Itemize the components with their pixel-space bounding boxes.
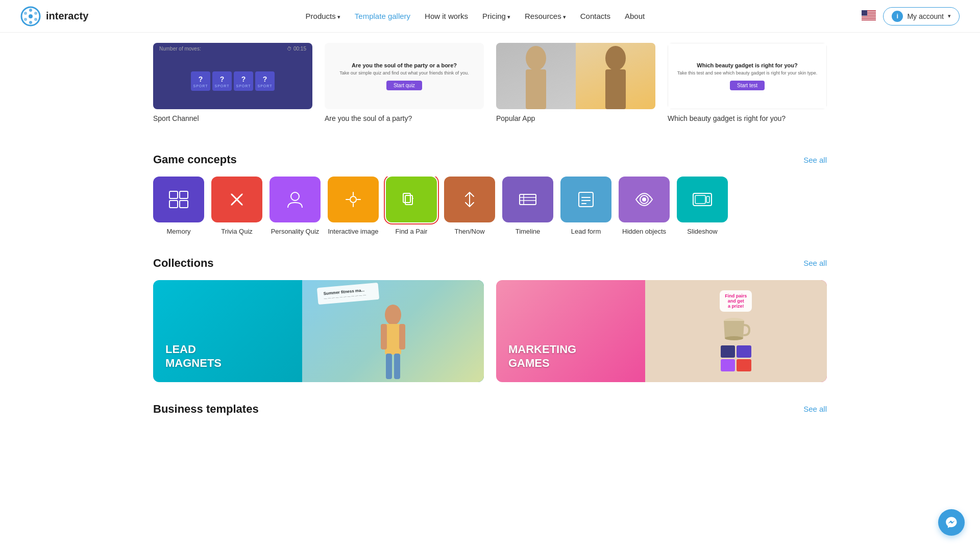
sport-tile-4: ?SPORT <box>255 71 275 91</box>
nav-contacts[interactable]: Contacts <box>580 12 610 20</box>
game-item-findpair[interactable]: Find a Pair <box>386 177 437 236</box>
nav-how-it-works[interactable]: How it works <box>425 12 468 20</box>
person-right-icon <box>600 43 631 109</box>
svg-point-2 <box>29 9 32 12</box>
navigation: interacty Products Template gallery How … <box>0 0 980 33</box>
svg-rect-51 <box>386 354 392 379</box>
svg-point-6 <box>24 18 27 21</box>
svg-rect-45 <box>695 195 705 204</box>
popular-card-image[interactable] <box>496 43 655 109</box>
my-account-label: My account <box>907 12 944 20</box>
game-concepts-title: Game concepts <box>153 153 237 166</box>
account-chevron: ▾ <box>948 13 951 19</box>
logo-link[interactable]: interacty <box>20 6 88 27</box>
collection-marketing-games[interactable]: MARKETINGGAMES Find pairsand geta prize! <box>496 280 827 382</box>
game-item-slideshow[interactable]: Slideshow <box>677 177 728 236</box>
sport-card-moves: Number of moves: <box>159 46 201 52</box>
party-card-label: Are you the soul of a party? <box>325 114 484 122</box>
my-account-button[interactable]: i My account ▾ <box>883 7 960 26</box>
svg-rect-14 <box>862 18 876 19</box>
hidden-icon-box <box>619 177 670 222</box>
svg-rect-50 <box>399 324 405 349</box>
app-right-panel <box>576 43 655 109</box>
svg-point-29 <box>350 196 356 203</box>
person-left-icon <box>521 43 551 109</box>
leadform-icon <box>575 188 597 211</box>
beauty-start-button[interactable]: Start test <box>730 81 765 90</box>
personality-icon-box <box>270 177 321 222</box>
party-start-button[interactable]: Start quiz <box>386 81 422 90</box>
beauty-card-image[interactable]: Which beauty gadget is right for you? Ta… <box>668 43 827 109</box>
game-item-memory[interactable]: Memory <box>153 177 204 236</box>
nav-resources[interactable]: Resources <box>525 12 566 20</box>
top-cards-row: Number of moves: ⏱ 00:15 ?SPORT ?SPORT ?… <box>153 33 827 138</box>
coffee-cup-icon <box>721 316 751 341</box>
sport-card-image[interactable]: Number of moves: ⏱ 00:15 ?SPORT ?SPORT ?… <box>153 43 312 109</box>
svg-rect-52 <box>394 354 400 379</box>
svg-point-16 <box>526 46 546 70</box>
party-subtitle: Take our simple quiz and find out what y… <box>339 70 469 76</box>
game-item-timeline[interactable]: Timeline <box>502 177 553 236</box>
svg-rect-48 <box>385 324 401 355</box>
account-icon: i <box>892 11 903 22</box>
app-left-panel <box>496 43 576 109</box>
findpair-icon-box <box>386 177 437 222</box>
trivia-label: Trivia Quiz <box>221 228 253 236</box>
flag-icon <box>862 10 876 20</box>
logo-text: interacty <box>46 10 88 22</box>
svg-rect-38 <box>579 192 593 207</box>
top-card-beauty: Which beauty gadget is right for you? Ta… <box>668 43 827 122</box>
game-concepts-grid: Memory Trivia Quiz Persona <box>153 177 827 241</box>
beauty-title: Which beauty gadget is right for you? <box>697 62 797 68</box>
svg-rect-22 <box>169 201 178 208</box>
svg-point-4 <box>34 18 37 21</box>
personality-icon <box>284 188 306 211</box>
game-item-leadform[interactable]: Lead form <box>560 177 611 236</box>
nav-pricing[interactable]: Pricing <box>482 12 510 20</box>
game-item-thennow[interactable]: Then/Now <box>444 177 495 236</box>
game-item-interactive[interactable]: Interactive image <box>328 177 379 236</box>
game-item-personality[interactable]: Personality Quiz <box>270 177 321 236</box>
collection-lead-magnets[interactable]: LEADMAGNETS Summer fitness ma... — — — —… <box>153 280 484 382</box>
game-item-trivia[interactable]: Trivia Quiz <box>211 177 262 236</box>
svg-rect-20 <box>169 191 178 198</box>
svg-point-43 <box>643 198 646 201</box>
svg-point-47 <box>385 305 401 325</box>
top-card-sport: Number of moves: ⏱ 00:15 ?SPORT ?SPORT ?… <box>153 43 312 122</box>
nav-template-gallery[interactable]: Template gallery <box>355 12 410 20</box>
svg-rect-21 <box>180 191 188 198</box>
main-content: Number of moves: ⏱ 00:15 ?SPORT ?SPORT ?… <box>133 33 847 457</box>
interactive-icon-box <box>328 177 379 222</box>
svg-rect-15 <box>862 10 867 16</box>
business-templates-header: Business templates See all <box>153 403 827 416</box>
slideshow-icon <box>691 188 714 211</box>
nav-about[interactable]: About <box>625 12 645 20</box>
nav-products[interactable]: Products <box>306 12 340 20</box>
sport-tile-3: ?SPORT <box>234 71 253 91</box>
game-item-hidden[interactable]: Hidden objects <box>619 177 670 236</box>
game-concepts-see-all[interactable]: See all <box>803 156 827 164</box>
svg-rect-31 <box>405 195 412 205</box>
fitness-person-icon <box>373 300 413 382</box>
collections-header: Collections See all <box>153 257 827 270</box>
trivia-icon <box>226 188 248 211</box>
top-card-party: Are you the soul of the party or a bore?… <box>325 43 484 122</box>
timeline-icon <box>517 188 539 211</box>
slideshow-label: Slideshow <box>687 228 717 236</box>
collections-title: Collections <box>153 257 214 270</box>
leadform-icon-box <box>560 177 611 222</box>
svg-point-1 <box>29 14 33 18</box>
collections-see-all[interactable]: See all <box>803 259 827 267</box>
language-flag[interactable] <box>862 10 876 22</box>
marketing-games-title: MARKETINGGAMES <box>508 343 576 370</box>
lead-magnets-title: LEADMAGNETS <box>165 343 222 370</box>
svg-point-28 <box>291 192 299 201</box>
svg-rect-17 <box>526 69 546 109</box>
svg-rect-46 <box>706 196 709 203</box>
party-card-image[interactable]: Are you the soul of the party or a bore?… <box>325 43 484 109</box>
findpair-label: Find a Pair <box>396 228 428 236</box>
business-templates-see-all[interactable]: See all <box>803 405 827 413</box>
svg-rect-23 <box>180 201 188 208</box>
beauty-subtitle: Take this test and see which beauty gadg… <box>677 70 818 76</box>
findpair-icon <box>400 188 423 211</box>
